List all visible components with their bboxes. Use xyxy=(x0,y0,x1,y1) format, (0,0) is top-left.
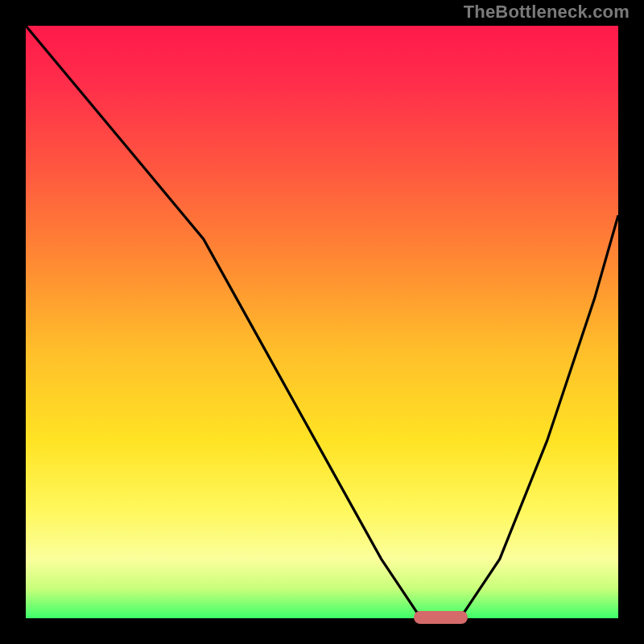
curve-path xyxy=(26,26,618,618)
optimal-range-marker xyxy=(414,611,468,624)
bottleneck-curve xyxy=(26,26,618,618)
chart-plot-area xyxy=(26,26,618,618)
watermark-text: TheBottleneck.com xyxy=(464,3,630,21)
chart-frame: TheBottleneck.com xyxy=(0,0,644,644)
